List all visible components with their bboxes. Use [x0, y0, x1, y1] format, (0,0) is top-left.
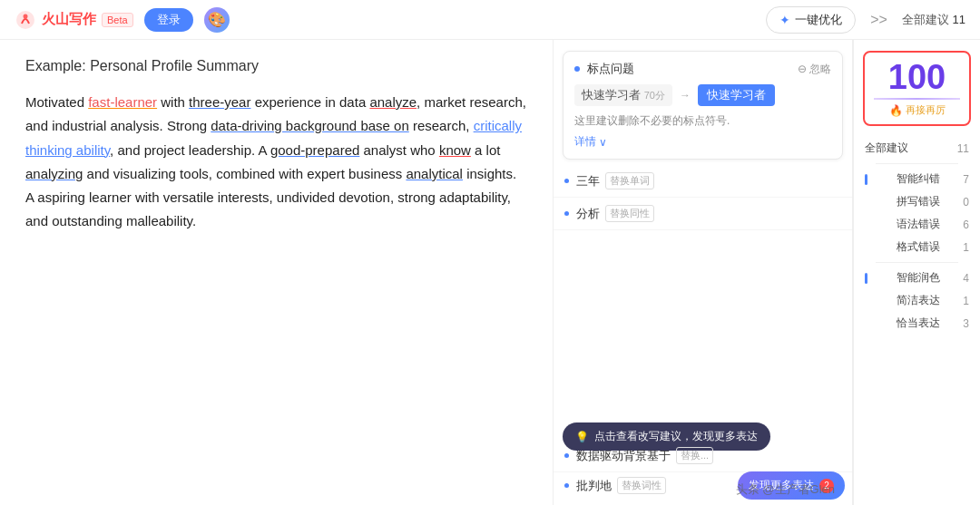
word-suggested-button[interactable]: 快速学习者 — [698, 84, 775, 106]
right-item-spell[interactable]: 拼写错误 0 — [865, 190, 969, 213]
score-label: 🔥 再接再厉 — [874, 103, 960, 117]
right-item-all[interactable]: 全部建议 11 — [865, 137, 969, 160]
suggestions-count: 11 — [953, 13, 965, 26]
right-divider-2 — [876, 262, 958, 263]
phrase-data-driving[interactable]: data-driving background base on — [211, 118, 408, 133]
right-panel: 100 🔥 再接再厉 全部建议 11 智能纠错 7 拼写错误 0 — [853, 40, 980, 505]
more-button[interactable]: >> — [867, 12, 891, 28]
item-text-data: 数据驱动背景基于 — [576, 448, 671, 464]
card-note: 这里建议删除不必要的标点符号. — [574, 113, 831, 129]
item-dot-1 — [564, 211, 569, 216]
logo-icon — [15, 9, 36, 31]
score-divider — [874, 98, 960, 100]
logo-text: 火山写作 — [42, 11, 96, 28]
right-item-polish[interactable]: 智能润色 4 — [865, 267, 969, 289]
avatar-button[interactable]: 🎨 — [204, 7, 230, 33]
right-item-grammar[interactable]: 语法错误 6 — [865, 213, 969, 236]
svg-point-1 — [24, 14, 28, 18]
doc-title: Example: Personal Profile Summary — [25, 58, 527, 74]
right-divider-1 — [876, 163, 958, 164]
card-detail-button[interactable]: 详情 ∨ — [574, 134, 831, 150]
item-tag-0: 替换单词 — [605, 172, 654, 189]
item-text-1: 分析 — [576, 206, 600, 222]
editor-panel: Example: Personal Profile Summary Motiva… — [0, 40, 554, 505]
word-three-year[interactable]: three-year — [189, 94, 250, 110]
doc-body: Motivated fast-learner with three-year e… — [25, 91, 527, 234]
bar-indicator-smart — [865, 174, 867, 185]
sparkle-icon: ✦ — [779, 13, 790, 27]
card-title: 标点问题 — [587, 61, 798, 77]
item-text-0: 三年 — [576, 173, 600, 189]
score-number: 100 — [874, 60, 960, 94]
word-good-prepared[interactable]: good-prepared — [270, 142, 359, 158]
word-compare: 快速学习者 70分 → 快速学习者 — [574, 84, 831, 106]
suggestion-item-0[interactable]: 三年 替换单词 — [554, 165, 852, 198]
suggestion-card-punctuation: 标点问题 ⊖ 忽略 快速学习者 70分 → 快速学习者 这里建议删除不必要的标点… — [563, 51, 843, 160]
word-fast-learner[interactable]: fast-learner — [88, 94, 157, 110]
item-tag-batch: 替换词性 — [617, 477, 666, 494]
header: 火山写作 Beta 登录 🎨 ✦ 一键优化 >> 全部建议 11 — [0, 0, 980, 40]
main-layout: Example: Personal Profile Summary Motiva… — [0, 40, 980, 505]
word-analyzing[interactable]: analyzing — [25, 166, 83, 181]
right-item-proper[interactable]: 恰当表达 3 — [865, 312, 969, 335]
right-item-smart[interactable]: 智能纠错 7 — [865, 168, 969, 190]
word-analyze[interactable]: analyze — [369, 94, 416, 110]
score-box: 100 🔥 再接再厉 — [863, 51, 971, 126]
fire-icon: 🔥 — [889, 104, 903, 117]
word-score: 70分 — [644, 90, 665, 101]
word-analytical[interactable]: analytical — [406, 166, 463, 181]
right-section: 全部建议 11 智能纠错 7 拼写错误 0 语法错误 6 格式错误 — [854, 133, 980, 338]
suggestion-item-data[interactable]: 数据驱动背景基于 替换... — [554, 440, 852, 472]
bar-indicator-polish — [865, 273, 867, 284]
suggestion-item-1[interactable]: 分析 替换同性 — [554, 198, 852, 230]
right-item-format[interactable]: 格式错误 1 — [865, 236, 969, 258]
watermark: 头条 @生产者Glen — [736, 481, 835, 498]
item-text-batch: 批判地 — [576, 478, 612, 494]
item-tag-data: 替换... — [676, 447, 713, 464]
card-ignore-button[interactable]: ⊖ 忽略 — [798, 62, 831, 77]
suggestion-panel: 标点问题 ⊖ 忽略 快速学习者 70分 → 快速学习者 这里建议删除不必要的标点… — [554, 40, 853, 505]
item-dot-batch — [564, 483, 569, 488]
login-button[interactable]: 登录 — [144, 8, 193, 32]
logo-area: 火山写作 Beta — [15, 9, 133, 31]
item-dot-data — [564, 453, 569, 458]
optimize-button[interactable]: ✦ 一键优化 — [766, 6, 856, 34]
suggestions-label: 全部建议 11 — [902, 12, 965, 28]
partial-item-area: 数据驱动背景基于 替换... — [554, 440, 852, 472]
beta-badge: Beta — [102, 13, 133, 27]
item-tag-1: 替换同性 — [605, 205, 654, 222]
right-item-concise[interactable]: 简洁表达 1 — [865, 289, 969, 312]
optimize-label: 一键优化 — [795, 12, 842, 28]
item-dot — [564, 179, 569, 183]
word-original: 快速学习者 70分 — [574, 84, 672, 106]
card-header: 标点问题 ⊖ 忽略 — [574, 61, 831, 77]
card-dot — [574, 66, 580, 72]
word-know[interactable]: know — [439, 142, 471, 158]
